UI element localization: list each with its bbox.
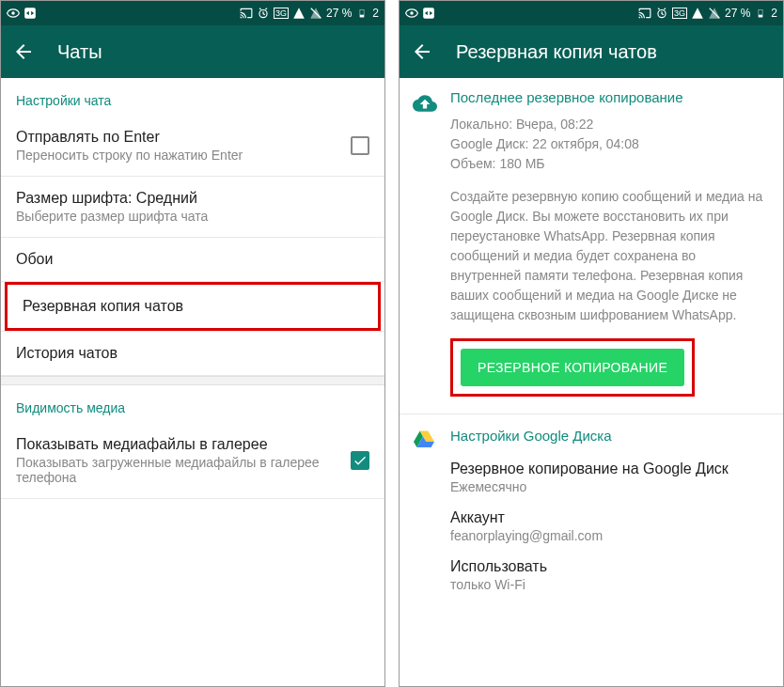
highlight-backup-item: Резервная копия чатов xyxy=(5,282,381,331)
signal-icon xyxy=(292,7,306,20)
checkbox-checked[interactable] xyxy=(351,451,369,470)
toolbar: Резервная копия чатов xyxy=(400,25,783,78)
item-subtitle: Переносить строку по нажатию Enter xyxy=(16,148,351,163)
backup-button[interactable]: РЕЗЕРВНОЕ КОПИРОВАНИЕ xyxy=(461,349,684,386)
svg-point-5 xyxy=(410,11,414,15)
toolbar: Чаты xyxy=(1,25,384,78)
setting-label: Резервное копирование на Google Диск xyxy=(450,461,768,477)
phone-right: 3G 27 % 2 Резервная копия чатов Последне… xyxy=(399,0,784,687)
svg-point-0 xyxy=(11,11,15,15)
backup-section: Последнее резервное копирование Локально… xyxy=(400,78,783,414)
phone-left: 3G 27 % 2 Чаты Настройки чата Отправлять… xyxy=(0,0,385,687)
divider xyxy=(1,376,384,385)
page-title: Резервная копия чатов xyxy=(456,41,657,63)
meta-size: Объем: 180 МБ xyxy=(450,154,768,174)
signal-icon xyxy=(691,7,704,20)
time-text: 2 xyxy=(771,7,777,20)
back-icon[interactable] xyxy=(12,40,35,63)
item-title: Размер шрифта: Средний xyxy=(16,190,369,207)
setting-value: только Wi-Fi xyxy=(450,577,768,592)
cast-icon xyxy=(240,7,253,20)
item-font-size[interactable]: Размер шрифта: Средний Выберите размер ш… xyxy=(1,177,384,238)
item-chat-backup[interactable]: Резервная копия чатов xyxy=(8,285,378,328)
item-title: Обои xyxy=(16,251,369,268)
gdrive-settings-title: Настройки Google Диска xyxy=(450,428,768,444)
item-chat-history[interactable]: История чатов xyxy=(1,331,384,376)
back-icon[interactable] xyxy=(411,40,433,63)
svg-rect-9 xyxy=(759,15,762,18)
setting-account[interactable]: Аккаунт feanorplaying@gmail.com xyxy=(450,502,768,551)
battery-icon xyxy=(355,7,368,20)
alarm-icon xyxy=(257,7,270,20)
section-chat-settings: Настройки чата xyxy=(1,78,384,116)
item-title: Резервная копия чатов xyxy=(23,298,363,315)
item-subtitle: Показывать загруженные медиафайлы в гале… xyxy=(16,455,351,485)
battery-icon xyxy=(754,7,767,20)
section-media-visibility: Видимость медиа xyxy=(1,385,384,423)
battery-text: 27 % xyxy=(326,7,352,20)
network-3g-icon: 3G xyxy=(672,8,687,19)
meta-gdrive: Google Диск: 22 октября, 04:08 xyxy=(450,134,768,154)
item-title: Отправлять по Enter xyxy=(16,129,351,146)
backup-description: Создайте резервную копию сообщений и мед… xyxy=(450,187,768,325)
item-title: Показывать медиафайлы в галерее xyxy=(16,436,351,453)
highlight-backup-button: РЕЗЕРВНОЕ КОПИРОВАНИЕ xyxy=(450,338,695,397)
network-3g-icon: 3G xyxy=(274,8,289,19)
svg-rect-6 xyxy=(423,8,434,19)
meta-local: Локально: Вчера, 08:22 xyxy=(450,115,768,134)
statusbar: 3G 27 % 2 xyxy=(1,1,384,25)
teamviewer-icon xyxy=(24,7,37,20)
setting-value: feanorplaying@gmail.com xyxy=(450,528,768,543)
no-sim-icon xyxy=(708,7,721,20)
eye-icon xyxy=(7,7,20,20)
cloud-upload-icon xyxy=(413,91,437,116)
setting-label: Аккаунт xyxy=(450,509,768,526)
setting-network[interactable]: Использовать только Wi-Fi xyxy=(450,551,768,600)
eye-icon xyxy=(405,7,418,20)
alarm-icon xyxy=(655,7,668,20)
gdrive-settings-section: Настройки Google Диска Резервное копиров… xyxy=(400,414,783,607)
last-backup-title: Последнее резервное копирование xyxy=(450,89,768,105)
cast-icon xyxy=(638,7,651,20)
statusbar: 3G 27 % 2 xyxy=(400,1,783,25)
item-wallpaper[interactable]: Обои xyxy=(1,238,384,282)
checkbox-unchecked[interactable] xyxy=(351,136,369,155)
no-sim-icon xyxy=(309,7,322,20)
setting-label: Использовать xyxy=(450,558,768,575)
item-subtitle: Выберите размер шрифта чата xyxy=(16,209,369,224)
setting-frequency[interactable]: Резервное копирование на Google Диск Еже… xyxy=(450,453,768,502)
svg-rect-4 xyxy=(360,15,364,18)
backup-meta: Локально: Вчера, 08:22 Google Диск: 22 о… xyxy=(450,115,768,174)
battery-text: 27 % xyxy=(725,7,750,20)
page-title: Чаты xyxy=(57,41,102,63)
item-send-enter[interactable]: Отправлять по Enter Переносить строку по… xyxy=(1,116,384,177)
teamviewer-icon xyxy=(422,7,435,20)
setting-value: Ежемесячно xyxy=(450,479,768,494)
time-text: 2 xyxy=(372,7,379,20)
google-drive-icon xyxy=(413,428,435,450)
item-show-media[interactable]: Показывать медиафайлы в галерее Показыва… xyxy=(1,423,384,499)
item-title: История чатов xyxy=(16,345,369,362)
